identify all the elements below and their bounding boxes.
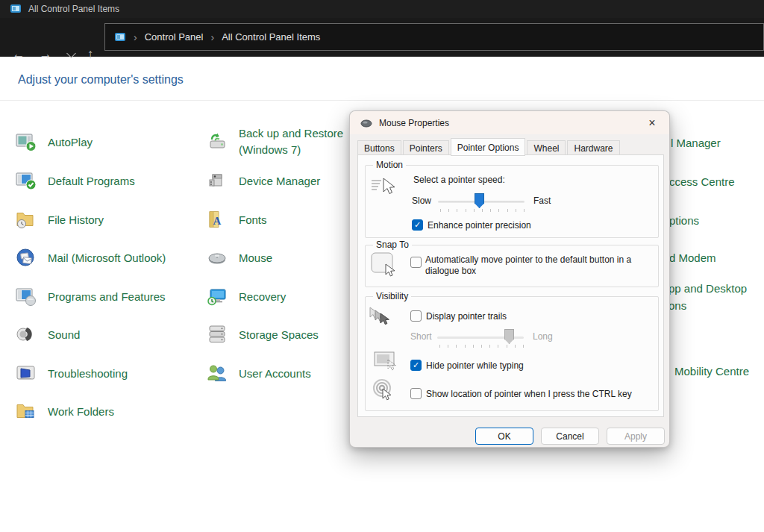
back-icon[interactable]: ← — [9, 45, 28, 64]
apply-button: Apply — [607, 428, 665, 445]
tab-buttons[interactable]: Buttons — [357, 140, 401, 155]
chevron-right-icon: › — [134, 32, 137, 43]
forward-icon[interactable]: → — [36, 45, 55, 64]
window-title: All Control Panel Items — [28, 4, 119, 14]
device-manager-icon — [206, 169, 228, 192]
cpl-item-device-manager[interactable]: Device Manager — [206, 167, 320, 194]
tab-hardware[interactable]: Hardware — [567, 140, 619, 155]
show-pointer-location-label[interactable]: Show location of pointer when I press th… — [426, 389, 632, 399]
cpl-item-mail[interactable]: Mail (Microsoft Outlook) — [15, 244, 166, 271]
cpl-item-label: Back up and Restore (Windows 7) — [239, 125, 352, 158]
cpl-item-label: Mouse — [239, 251, 272, 264]
svg-text:A: A — [213, 215, 222, 227]
cpl-item-user-accounts[interactable]: User Accounts — [206, 360, 311, 387]
cpl-item-default-programs[interactable]: Default Programs — [15, 167, 135, 194]
breadcrumb-control-panel-icon[interactable] — [114, 31, 126, 43]
check-icon: ✓ — [414, 221, 421, 229]
trail-length-slider-thumb — [504, 329, 514, 344]
cpl-item-storage-spaces[interactable]: Storage Spaces — [206, 321, 319, 348]
long-label: Long — [533, 331, 553, 342]
file-history-icon — [15, 208, 37, 231]
cpl-item-programs-and-features[interactable]: Programs and Features — [15, 283, 166, 310]
pointer-speed-icon — [370, 176, 398, 198]
work-folders-icon — [15, 400, 37, 422]
cpl-item-label: Recovery — [239, 290, 286, 303]
cpl-item-fragment[interactable]: pp and Desktop — [668, 282, 747, 295]
cpl-item-label: User Accounts — [239, 367, 311, 380]
mouse-properties-dialog: Mouse Properties × Buttons Pointers Poin… — [349, 110, 670, 448]
chevron-right-icon: › — [210, 32, 214, 43]
user-accounts-icon — [206, 362, 228, 384]
fast-label: Fast — [533, 195, 551, 206]
cpl-item-label: Mail (Microsoft Outlook) — [48, 251, 166, 264]
fonts-icon: A — [206, 208, 228, 231]
cpl-item-backup-restore[interactable]: Back up and Restore (Windows 7) — [206, 125, 352, 158]
cpl-item-autoplay[interactable]: AutoPlay — [15, 128, 93, 155]
dialog-title: Mouse Properties — [379, 118, 449, 128]
slider-ticks — [439, 345, 524, 348]
divider — [0, 100, 764, 101]
troubleshooting-icon — [15, 362, 37, 384]
cpl-item-troubleshooting[interactable]: Troubleshooting — [15, 360, 128, 387]
slow-label: Slow — [412, 195, 431, 206]
cpl-item-label: Storage Spaces — [239, 328, 319, 341]
mouse-properties-icon — [360, 119, 372, 128]
cpl-item-fragment[interactable]: Mobility Centre — [674, 365, 749, 378]
cpl-item-work-folders[interactable]: Work Folders — [15, 398, 114, 425]
up-icon[interactable]: ↑ — [81, 45, 100, 64]
cpl-item-file-history[interactable]: File History — [15, 206, 104, 233]
cpl-item-fragment[interactable]: ons — [668, 299, 686, 312]
visibility-group: Visibility Display pointer trails Short … — [365, 296, 659, 411]
default-programs-icon — [15, 169, 37, 192]
cpl-item-fragment[interactable]: ptions — [669, 214, 699, 227]
snap-to-default-label[interactable]: Automatically move pointer to the defaul… — [425, 254, 655, 277]
cpl-item-label: Work Folders — [48, 405, 114, 418]
pointer-trails-icon — [367, 306, 400, 331]
cpl-item-label: Sound — [48, 328, 80, 341]
show-pointer-location-checkbox[interactable] — [410, 388, 422, 399]
sound-icon — [15, 323, 37, 345]
autoplay-icon — [15, 131, 37, 153]
display-pointer-trails-checkbox[interactable] — [410, 310, 422, 322]
page-title: Adjust your computer's settings — [18, 73, 184, 87]
mouse-item-icon — [206, 246, 228, 269]
breadcrumb-current[interactable]: All Control Panel Items — [222, 31, 320, 43]
dialog-titlebar: Mouse Properties — [350, 111, 669, 134]
short-label: Short — [410, 331, 432, 342]
tab-strip: Buttons Pointers Pointer Options Wheel H… — [357, 138, 621, 155]
cpl-item-label: Troubleshooting — [48, 367, 128, 380]
enhance-pointer-precision-checkbox[interactable]: ✓ — [412, 219, 423, 231]
address-bar[interactable]: › Control Panel › All Control Panel Item… — [104, 23, 764, 51]
tab-wheel[interactable]: Wheel — [527, 140, 566, 155]
enhance-pointer-precision-label[interactable]: Enhance pointer precision — [428, 220, 531, 231]
cpl-item-fonts[interactable]: A Fonts — [206, 206, 267, 233]
tab-pointers[interactable]: Pointers — [403, 140, 449, 155]
cpl-item-mouse[interactable]: Mouse — [206, 244, 272, 271]
cpl-item-recovery[interactable]: Recovery — [206, 283, 286, 310]
cpl-item-label: File History — [48, 213, 104, 226]
check-icon: ✓ — [413, 361, 419, 369]
close-icon[interactable]: × — [645, 116, 660, 131]
window-titlebar: All Control Panel Items — [0, 0, 764, 18]
cpl-item-fragment[interactable]: d Modem — [669, 251, 716, 264]
cpl-item-fragment[interactable]: ccess Centre — [669, 175, 735, 188]
cpl-item-label: Programs and Features — [48, 290, 166, 303]
recovery-icon — [206, 285, 228, 307]
mail-icon — [15, 246, 37, 269]
select-pointer-speed-label: Select a pointer speed: — [413, 175, 505, 185]
display-pointer-trails-label[interactable]: Display pointer trails — [426, 311, 507, 322]
snap-to-group: Snap To Automatically move pointer to th… — [365, 245, 659, 287]
cancel-button[interactable]: Cancel — [541, 428, 599, 445]
tab-pointer-options[interactable]: Pointer Options — [451, 138, 526, 156]
pointer-speed-slider-thumb[interactable] — [475, 193, 484, 208]
breadcrumb-control-panel[interactable]: Control Panel — [145, 31, 204, 43]
cpl-item-sound[interactable]: Sound — [15, 321, 80, 348]
visibility-group-label: Visibility — [373, 291, 411, 301]
snap-to-default-checkbox[interactable] — [410, 257, 422, 268]
recent-pages-chevron-icon[interactable] — [61, 45, 81, 64]
hide-pointer-while-typing-label[interactable]: Hide pointer while typing — [426, 360, 524, 371]
ok-button[interactable]: OK — [475, 428, 533, 445]
hide-pointer-while-typing-checkbox[interactable]: ✓ — [410, 360, 422, 371]
cpl-item-label: Default Programs — [48, 175, 135, 187]
cpl-item-fragment[interactable]: l Manager — [671, 137, 721, 149]
